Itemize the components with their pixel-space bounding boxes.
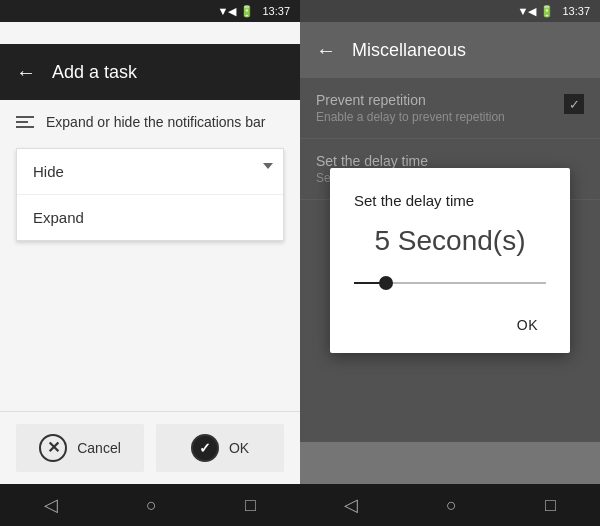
hamburger-menu-icon bbox=[16, 116, 34, 128]
slider-thumb[interactable] bbox=[379, 276, 393, 290]
chevron-down-icon bbox=[263, 163, 273, 169]
dialog-ok-button[interactable]: OK bbox=[509, 313, 546, 337]
status-icons: ▼◀ 🔋 13:37 bbox=[218, 5, 290, 18]
nav-recent-icon[interactable]: □ bbox=[245, 495, 256, 516]
task-label: Expand or hide the notifications bar bbox=[46, 114, 265, 130]
time-display: 13:37 bbox=[262, 5, 290, 17]
right-back-button[interactable]: ← bbox=[316, 39, 336, 62]
ok-label: OK bbox=[229, 440, 249, 456]
right-nav-home-icon[interactable]: ○ bbox=[446, 495, 457, 516]
left-panel: ▼◀ 🔋 13:37 ← Add a task Expand or hide t… bbox=[0, 0, 300, 526]
dropdown-option-expand[interactable]: Expand bbox=[17, 195, 283, 240]
right-signal-icon: ▼◀ bbox=[518, 5, 537, 18]
dialog-overlay: Set the delay time 5 Second(s) OK bbox=[300, 78, 600, 442]
left-nav-bar: ◁ ○ □ bbox=[0, 484, 300, 526]
left-body: Expand or hide the notifications bar Hid… bbox=[0, 100, 300, 411]
task-row: Expand or hide the notifications bar bbox=[0, 100, 300, 144]
right-nav-back-icon[interactable]: ◁ bbox=[344, 494, 358, 516]
right-status-bar: ▼◀ 🔋 13:37 bbox=[300, 0, 600, 22]
right-nav-bar: ◁ ○ □ bbox=[300, 484, 600, 526]
set-delay-dialog: Set the delay time 5 Second(s) OK bbox=[330, 168, 570, 353]
cancel-button[interactable]: ✕ Cancel bbox=[16, 424, 144, 472]
ok-button[interactable]: ✓ OK bbox=[156, 424, 284, 472]
left-footer: ✕ Cancel ✓ OK bbox=[0, 411, 300, 484]
back-button[interactable]: ← bbox=[16, 61, 36, 84]
page-title: Add a task bbox=[52, 62, 137, 83]
left-status-bar: ▼◀ 🔋 13:37 bbox=[0, 0, 300, 22]
cancel-label: Cancel bbox=[77, 440, 121, 456]
dialog-title: Set the delay time bbox=[354, 192, 546, 209]
right-battery-icon: 🔋 bbox=[540, 5, 554, 18]
dialog-actions: OK bbox=[354, 313, 546, 337]
right-nav-recent-icon[interactable]: □ bbox=[545, 495, 556, 516]
cancel-icon: ✕ bbox=[39, 434, 67, 462]
right-status-icons: ▼◀ 🔋 13:37 bbox=[518, 5, 590, 18]
right-panel: ▼◀ 🔋 13:37 ← Miscellaneous Prevent repet… bbox=[300, 0, 600, 526]
dropdown-menu[interactable]: Hide Expand bbox=[16, 148, 284, 241]
ok-icon: ✓ bbox=[191, 434, 219, 462]
delay-slider[interactable] bbox=[354, 273, 546, 293]
dropdown-option-hide[interactable]: Hide bbox=[17, 149, 283, 195]
dialog-value: 5 Second(s) bbox=[354, 225, 546, 257]
left-header: ← Add a task bbox=[0, 44, 300, 100]
nav-back-icon[interactable]: ◁ bbox=[44, 494, 58, 516]
battery-icon: 🔋 bbox=[240, 5, 254, 18]
signal-icon: ▼◀ bbox=[218, 5, 237, 18]
right-body: Prevent repetition Enable a delay to pre… bbox=[300, 78, 600, 484]
right-page-title: Miscellaneous bbox=[352, 40, 466, 61]
right-header: ← Miscellaneous bbox=[300, 22, 600, 78]
nav-home-icon[interactable]: ○ bbox=[146, 495, 157, 516]
right-time-display: 13:37 bbox=[562, 5, 590, 17]
slider-track bbox=[354, 282, 546, 284]
